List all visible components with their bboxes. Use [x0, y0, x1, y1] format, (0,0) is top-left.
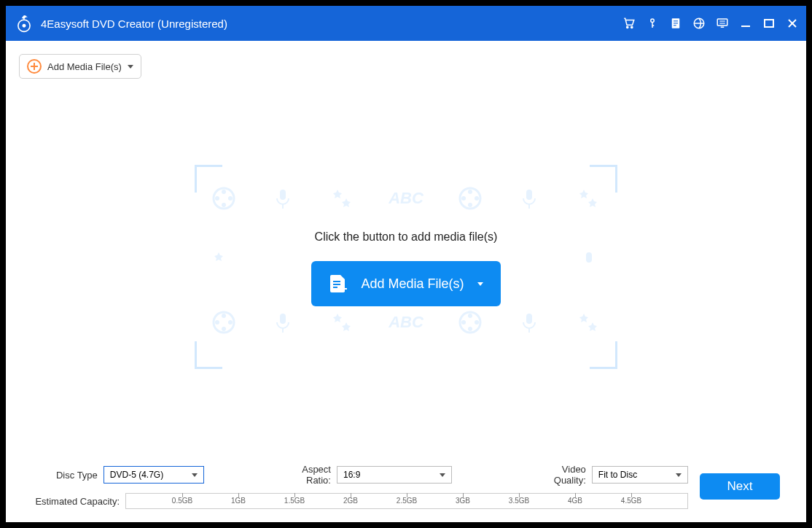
video-quality-select[interactable]: Fit to Disc	[592, 466, 688, 484]
svg-rect-8	[674, 20, 678, 21]
maximize-button[interactable]	[764, 18, 774, 28]
svg-point-2	[627, 26, 628, 28]
bottom-bar: Disc Type DVD-5 (4.7G) Aspect Ratio: 16:…	[19, 455, 793, 522]
ruler-tick-label: 3GB	[456, 497, 470, 505]
mic-icon	[271, 187, 294, 210]
drop-zone: ABC ABC ABC A	[19, 79, 793, 455]
capacity-ruler: 0.5GB1GB1.5GB2GB2.5GB3GB3.5GB4GB4.5GB	[125, 493, 688, 509]
aspect-ratio-select[interactable]: 16:9	[337, 466, 452, 484]
ruler-tick-label: 2.5GB	[397, 497, 417, 505]
svg-rect-17	[765, 20, 773, 27]
app-window: 4Easysoft DVD Creator (Unregistered) Add…	[6, 6, 806, 522]
minimize-button[interactable]	[741, 18, 751, 28]
chevron-down-icon	[477, 282, 483, 286]
svg-point-21	[222, 190, 226, 194]
svg-point-43	[468, 314, 472, 318]
file-icon[interactable]	[669, 17, 682, 30]
stars-icon	[330, 311, 354, 334]
mic-icon	[518, 311, 541, 334]
stars-icon	[577, 311, 600, 334]
ruler-tick-label: 0.5GB	[172, 497, 192, 505]
svg-point-28	[468, 190, 472, 194]
ruler-tick-label: 4.5GB	[621, 497, 641, 505]
svg-rect-53	[343, 286, 345, 292]
svg-point-29	[475, 196, 479, 201]
svg-rect-51	[333, 287, 337, 288]
svg-point-44	[475, 320, 479, 325]
svg-rect-10	[674, 25, 676, 26]
video-quality-value: Fit to Disc	[598, 470, 637, 480]
globe-icon[interactable]	[692, 17, 706, 30]
svg-rect-49	[333, 281, 340, 282]
svg-point-46	[461, 320, 466, 325]
svg-point-30	[468, 203, 472, 207]
svg-rect-12	[717, 19, 727, 26]
disc-type-label: Disc Type	[32, 470, 98, 481]
stars-icon	[211, 249, 235, 273]
menu-icon[interactable]	[716, 17, 729, 30]
svg-rect-50	[333, 284, 340, 285]
svg-point-24	[215, 196, 219, 201]
reel-icon	[458, 187, 482, 210]
svg-rect-47	[526, 314, 532, 324]
add-media-big-label: Add Media File(s)	[361, 276, 464, 292]
stars-icon	[577, 187, 600, 210]
svg-point-37	[228, 320, 233, 325]
svg-point-22	[228, 196, 233, 201]
add-media-label: Add Media File(s)	[47, 61, 122, 72]
mic-icon	[577, 249, 601, 273]
svg-rect-9	[674, 23, 678, 23]
chevron-down-icon	[192, 473, 198, 477]
svg-rect-25	[280, 190, 286, 200]
ruler-tick-label: 3.5GB	[509, 497, 529, 505]
aspect-ratio-label: Aspect Ratio:	[278, 464, 331, 486]
key-icon[interactable]	[646, 17, 659, 30]
drop-box[interactable]: ABC ABC ABC A	[195, 165, 617, 369]
reel-icon	[212, 187, 235, 210]
window-controls	[741, 18, 797, 28]
capacity-row: Estimated Capacity: 0.5GB1GB1.5GB2GB2.5G…	[32, 493, 688, 509]
instruction-text: Click the button to add media file(s)	[309, 228, 504, 246]
bg-decor-row: ABC	[195, 311, 617, 334]
ruler-tick-label: 1GB	[231, 497, 246, 505]
aspect-ratio-value: 16:9	[343, 470, 360, 480]
disc-type-value: DVD-5 (4.7G)	[110, 470, 163, 480]
video-quality-label: Video Quality:	[531, 464, 586, 486]
file-add-icon	[329, 273, 348, 294]
chevron-down-icon	[128, 65, 133, 69]
ruler-tick-label: 1.5GB	[284, 497, 305, 505]
stars-icon	[330, 187, 354, 210]
svg-rect-40	[280, 314, 286, 324]
corner-decoration	[195, 341, 222, 369]
bg-abc: ABC	[389, 189, 423, 208]
add-media-button-large[interactable]: Add Media File(s)	[311, 261, 500, 306]
next-button[interactable]: Next	[700, 473, 780, 500]
svg-point-31	[461, 196, 466, 201]
plus-icon	[27, 59, 42, 74]
svg-rect-32	[526, 190, 532, 200]
capacity-label: Estimated Capacity:	[32, 496, 120, 507]
svg-point-38	[222, 327, 226, 331]
svg-point-39	[215, 320, 219, 325]
titlebar-icons	[622, 17, 729, 30]
options-row: Disc Type DVD-5 (4.7G) Aspect Ratio: 16:…	[32, 464, 688, 486]
svg-rect-34	[586, 252, 592, 263]
chevron-down-icon	[440, 473, 445, 477]
top-actions: Add Media File(s)	[19, 54, 793, 79]
app-logo-icon	[15, 14, 34, 33]
ruler-tick-label: 2GB	[343, 497, 358, 505]
reel-icon	[458, 311, 482, 334]
disc-type-select[interactable]: DVD-5 (4.7G)	[104, 466, 204, 484]
reel-icon	[212, 311, 235, 334]
cart-icon[interactable]	[622, 17, 636, 30]
svg-point-3	[631, 26, 633, 28]
app-title: 4Easysoft DVD Creator (Unregistered)	[41, 18, 622, 30]
content-area: Add Media File(s) ABC	[6, 41, 806, 522]
bg-abc: ABC	[389, 313, 423, 332]
chevron-down-icon	[676, 473, 682, 477]
svg-point-23	[222, 203, 226, 207]
close-button[interactable]	[787, 18, 797, 28]
svg-point-1	[23, 24, 26, 28]
bg-decor-row: ABC	[195, 187, 617, 210]
add-media-button-small[interactable]: Add Media File(s)	[19, 54, 141, 79]
